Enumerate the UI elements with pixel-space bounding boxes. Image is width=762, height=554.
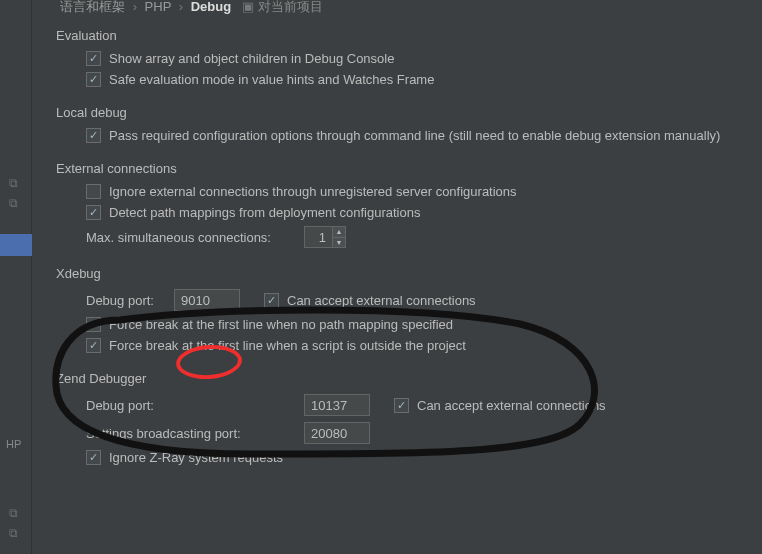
left-gutter: ⧉ ⧉ HP ⧉ ⧉ xyxy=(0,0,32,554)
crumb-b[interactable]: PHP xyxy=(145,0,172,14)
label-show-array: Show array and object children in Debug … xyxy=(109,51,394,66)
input-zend-port[interactable] xyxy=(304,394,370,416)
checkbox-ignore-external[interactable] xyxy=(86,184,101,199)
label-ignore-zray: Ignore Z-Ray system requests xyxy=(109,450,283,465)
gutter-selection xyxy=(0,234,32,256)
label-force-break-2: Force break at the first line when a scr… xyxy=(109,338,466,353)
checkbox-xdebug-accept[interactable] xyxy=(264,293,279,308)
label-xdebug-accept: Can accept external connections xyxy=(287,293,476,308)
checkbox-ignore-zray[interactable] xyxy=(86,450,101,465)
section-evaluation: Evaluation xyxy=(56,28,756,43)
chevron-right-icon: › xyxy=(133,0,137,14)
label-max-conn: Max. simultaneous connections: xyxy=(86,230,296,245)
label-detect-mappings: Detect path mappings from deployment con… xyxy=(109,205,420,220)
chevron-down-icon[interactable]: ▼ xyxy=(333,238,345,248)
copy-icon-2[interactable]: ⧉ xyxy=(9,506,18,520)
label-ignore-external: Ignore external connections through unre… xyxy=(109,184,517,199)
label-zend-accept: Can accept external connections xyxy=(417,398,606,413)
label-zend-port: Debug port: xyxy=(86,398,296,413)
checkbox-force-break-2[interactable] xyxy=(86,338,101,353)
input-xdebug-port[interactable] xyxy=(174,289,240,311)
checkbox-pass-config[interactable] xyxy=(86,128,101,143)
spinner-max-conn[interactable]: ▲▼ xyxy=(332,226,346,248)
label-safe-eval: Safe evaluation mode in value hints and … xyxy=(109,72,434,87)
checkbox-zend-accept[interactable] xyxy=(394,398,409,413)
sidebar-hp-label: HP xyxy=(6,438,21,450)
section-external: External connections xyxy=(56,161,756,176)
copy-icon[interactable]: ⧉ xyxy=(9,176,18,190)
stack-icon[interactable]: ⧉ xyxy=(9,196,18,210)
scope-icon: ▣ xyxy=(242,0,254,14)
scope-badge: 对当前项目 xyxy=(258,0,323,14)
checkbox-show-array[interactable] xyxy=(86,51,101,66)
label-force-break-1: Force break at the first line when no pa… xyxy=(109,317,453,332)
input-zend-broadcast[interactable] xyxy=(304,422,370,444)
stack-icon-2[interactable]: ⧉ xyxy=(9,526,18,540)
label-zend-broadcast: Settings broadcasting port: xyxy=(86,426,296,441)
checkbox-safe-eval[interactable] xyxy=(86,72,101,87)
section-local-debug: Local debug xyxy=(56,105,756,120)
section-zend: Zend Debugger xyxy=(56,371,756,386)
chevron-up-icon[interactable]: ▲ xyxy=(333,227,345,238)
checkbox-detect-mappings[interactable] xyxy=(86,205,101,220)
chevron-right-icon: › xyxy=(179,0,183,14)
label-pass-config: Pass required configuration options thro… xyxy=(109,128,720,143)
input-max-conn[interactable] xyxy=(304,226,332,248)
settings-content: Evaluation Show array and object childre… xyxy=(56,28,756,471)
checkbox-force-break-1[interactable] xyxy=(86,317,101,332)
breadcrumb: 语言和框架 › PHP › Debug ▣ 对当前项目 xyxy=(60,0,323,16)
section-xdebug: Xdebug xyxy=(56,266,756,281)
label-xdebug-port: Debug port: xyxy=(86,293,166,308)
crumb-a[interactable]: 语言和框架 xyxy=(60,0,125,14)
crumb-c: Debug xyxy=(191,0,231,14)
